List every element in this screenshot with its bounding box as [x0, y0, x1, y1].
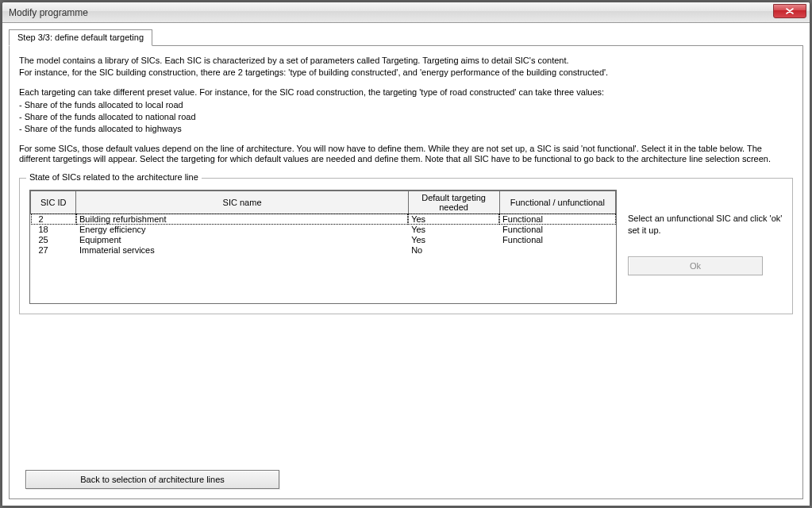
table-row[interactable]: 25 Equipment Yes Functional — [31, 235, 616, 245]
sic-table[interactable]: SIC ID SIC name Default targeting needed… — [29, 190, 617, 304]
cell-fun: Functional — [499, 225, 615, 235]
ok-button[interactable]: Ok — [628, 256, 763, 275]
intro-text: The model contains a library of SICs. Ea… — [19, 56, 793, 167]
cell-def: Yes — [408, 235, 499, 245]
tabstrip: Step 3/3: define default targeting — [9, 28, 803, 45]
client-area: Step 3/3: define default targeting The m… — [2, 23, 810, 506]
col-sic-id[interactable]: SIC ID — [31, 190, 76, 214]
cell-def: No — [408, 245, 499, 256]
cell-id: 2 — [31, 214, 76, 225]
cell-name: Immaterial services — [76, 245, 408, 256]
col-sic-name[interactable]: SIC name — [76, 190, 408, 214]
tab-panel: The model contains a library of SICs. Ea… — [9, 45, 803, 499]
close-icon — [786, 8, 794, 14]
cell-name: Equipment — [76, 235, 408, 245]
intro-bullet: - Share of the funds allocated to local … — [19, 100, 793, 110]
table-empty-space — [31, 256, 616, 303]
side-panel: Select an unfunctional SIC and click 'ok… — [628, 190, 783, 275]
intro-line: For instance, for the SIC building const… — [19, 67, 793, 78]
cell-name: Building refurbishment — [76, 214, 408, 225]
back-button[interactable]: Back to selection of architecture lines — [25, 470, 279, 489]
titlebar[interactable]: Modify programme — [2, 2, 810, 23]
cell-fun: Functional — [499, 235, 615, 245]
table-row[interactable]: 18 Energy efficiency Yes Functional — [31, 225, 616, 235]
intro-bullet: - Share of the funds allocated to nation… — [19, 112, 793, 122]
intro-bullet: - Share of the funds allocated to highwa… — [19, 124, 793, 134]
side-text: set it up. — [628, 225, 783, 236]
close-button[interactable] — [773, 4, 806, 18]
window: Modify programme Step 3/3: define defaul… — [2, 2, 810, 506]
cell-def: Yes — [408, 214, 499, 225]
intro-line: Each targeting can take different preset… — [19, 87, 793, 98]
col-def[interactable]: Default targeting needed — [408, 190, 499, 214]
sic-groupbox: State of SICs related to the architectur… — [19, 178, 793, 314]
intro-line: For some SICs, those default values depe… — [19, 144, 793, 164]
table-header-row: SIC ID SIC name Default targeting needed… — [31, 190, 616, 214]
cell-fun: Functional — [499, 214, 615, 225]
cell-name: Energy efficiency — [76, 225, 408, 235]
tab-step3[interactable]: Step 3/3: define default targeting — [9, 29, 152, 46]
window-title: Modify programme — [9, 7, 88, 18]
table-row[interactable]: 27 Immaterial services No — [31, 245, 616, 256]
cell-id: 18 — [31, 225, 76, 235]
col-fun[interactable]: Functional / unfunctional — [499, 190, 615, 214]
table-row[interactable]: 2 Building refurbishment Yes Functional — [31, 214, 616, 225]
cell-id: 25 — [31, 235, 76, 245]
cell-fun — [499, 245, 615, 256]
groupbox-legend: State of SICs related to the architectur… — [26, 172, 202, 182]
cell-id: 27 — [31, 245, 76, 256]
cell-def: Yes — [408, 225, 499, 235]
side-text: Select an unfunctional SIC and click 'ok… — [628, 214, 783, 224]
intro-line: The model contains a library of SICs. Ea… — [19, 56, 793, 66]
